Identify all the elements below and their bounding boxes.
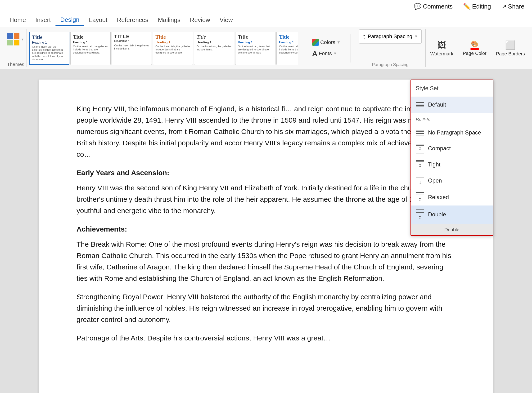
- page-borders-button[interactable]: ⬜ Page Borders: [494, 39, 527, 58]
- style-card-1[interactable]: Title Heading 1 On the Insert tab, the g…: [29, 32, 70, 65]
- style-sets: Title Heading 1 On the Insert tab, the g…: [29, 29, 298, 67]
- main-area: King Henry VIII, the infamous monarch of…: [0, 70, 532, 393]
- page-borders-icon: ⬜: [505, 40, 516, 50]
- fonts-label: Fonts: [319, 50, 332, 57]
- colors-button[interactable]: Colors ▼: [310, 38, 342, 47]
- right-tools: 🖼 Watermark 🎨 Page Color ⬜ Page Borders: [428, 39, 527, 58]
- ribbon-tabs: Home Insert Design Layout References Mai…: [0, 13, 532, 27]
- comments-label: Comments: [423, 3, 453, 10]
- themes-section: ▼ Themes: [5, 29, 27, 67]
- watermark-button[interactable]: 🖼 Watermark: [428, 39, 456, 58]
- dropdown-item-compact[interactable]: ↧ Compact: [411, 140, 493, 157]
- share-button[interactable]: ↗ Share: [499, 2, 527, 11]
- pencil-icon: ✏️: [463, 3, 471, 10]
- dropdown-default-label: Default: [428, 100, 446, 109]
- relaxed-icon: ↧: [416, 192, 424, 202]
- double-label: Double: [428, 210, 446, 219]
- share-icon: ↗: [502, 3, 507, 10]
- tab-design[interactable]: Design: [55, 14, 84, 26]
- open-label: Open: [428, 176, 442, 185]
- page-color-icon: 🎨: [470, 40, 479, 50]
- divider-2: [351, 34, 351, 63]
- dropdown-item-no-space[interactable]: No Paragraph Space: [411, 125, 493, 140]
- colors-arrow: ▼: [337, 40, 341, 44]
- comment-icon: 💬: [414, 3, 421, 10]
- page-borders-label: Page Borders: [496, 51, 525, 57]
- no-space-icon: [416, 130, 424, 135]
- tab-mailings[interactable]: Mailings: [153, 15, 185, 25]
- tab-insert[interactable]: Insert: [30, 15, 55, 25]
- dropdown-title: Style Set: [416, 85, 438, 91]
- paragraph-3: The Break with Rome: One of the most pro…: [76, 239, 456, 284]
- relaxed-label: Relaxed: [428, 193, 449, 202]
- ribbon: Home Insert Design Layout References Mai…: [0, 13, 532, 70]
- paragraph-5: Patronage of the Arts: Despite his contr…: [76, 332, 456, 344]
- paragraph-text-1: King Henry VIII, the infamous monarch of…: [76, 105, 449, 158]
- no-space-label: No Paragraph Space: [428, 128, 481, 137]
- paragraph-spacing-arrow: ▼: [414, 34, 418, 39]
- tab-references[interactable]: References: [112, 15, 153, 25]
- paragraph-4: Strengthening Royal Power: Henry VIII bo…: [76, 291, 456, 325]
- watermark-label: Watermark: [430, 51, 453, 57]
- default-spacing-icon: [416, 102, 424, 107]
- document-page: King Henry VIII, the infamous monarch of…: [39, 79, 493, 393]
- compact-icon: ↧: [416, 144, 424, 153]
- style-card-7[interactable]: Title Heading 1 On the Insert tab, the g…: [276, 32, 298, 65]
- editing-label: Editing: [472, 3, 491, 10]
- open-icon: ↧: [416, 176, 424, 186]
- dropdown-header: Style Set: [411, 80, 493, 97]
- paragraph-spacing-label: Paragraph Spacing: [368, 33, 412, 39]
- style-card-4[interactable]: Title Heading 1 On the Insert tab, the g…: [153, 32, 193, 65]
- colors-swatch: [312, 39, 319, 46]
- paragraph-1: King Henry VIII, the infamous monarch of…: [76, 103, 456, 160]
- colors-fonts-section: Colors ▼ A Fonts ▼: [307, 29, 346, 67]
- ribbon-content: ▼ Themes Title Heading 1 On the Insert t…: [0, 27, 532, 70]
- built-in-text: Built-In: [416, 117, 430, 122]
- tight-label: Tight: [428, 160, 440, 169]
- tab-layout[interactable]: Layout: [84, 15, 112, 25]
- tight-icon: ↧: [416, 160, 424, 169]
- heading-early-years: Early Years and Ascension:: [76, 167, 456, 178]
- share-label: Share: [508, 3, 524, 10]
- built-in-label: Built-In: [411, 113, 493, 125]
- title-bar-actions: 💬 Comments ✏️ Editing ↗ Share: [411, 2, 527, 11]
- dropdown-item-tight[interactable]: ↧ Tight: [411, 157, 493, 172]
- paragraph-2: Henry VIII was the second son of King He…: [76, 182, 456, 216]
- page-color-label: Page Color: [463, 51, 487, 56]
- fonts-button[interactable]: A Fonts ▼: [310, 49, 342, 59]
- themes-label[interactable]: Themes: [7, 60, 24, 67]
- editing-button[interactable]: ✏️ Editing: [460, 2, 494, 11]
- colors-label: Colors: [320, 39, 335, 45]
- style-card-6[interactable]: Title Heading 1 On the Insert tab, items…: [235, 32, 275, 65]
- fonts-arrow: ▼: [333, 51, 337, 56]
- dropdown-item-default[interactable]: Default: [411, 97, 493, 113]
- page-color-button[interactable]: 🎨 Page Color: [460, 39, 489, 57]
- comments-button[interactable]: 💬 Comments: [411, 2, 456, 11]
- double-icon: ↧: [416, 209, 424, 220]
- style-card-3[interactable]: TITLE HEADING 1 On the Insert tab, the g…: [112, 32, 152, 65]
- tab-review[interactable]: Review: [185, 15, 215, 25]
- divider-1: [302, 34, 302, 63]
- dropdown-tooltip: Double: [411, 224, 493, 235]
- dropdown-item-double[interactable]: ↧ Double: [411, 206, 493, 223]
- compact-label: Compact: [428, 144, 451, 153]
- tab-view[interactable]: View: [215, 15, 238, 25]
- paragraph-spacing-dropdown: Style Set Default Built-In: [411, 79, 493, 236]
- paragraph-spacing-button[interactable]: ↕ Paragraph Spacing ▼: [359, 29, 421, 44]
- paragraph-spacing-icon: ↕: [363, 33, 366, 40]
- document-scroll[interactable]: King Henry VIII, the infamous monarch of…: [0, 70, 532, 393]
- dropdown-item-relaxed[interactable]: ↧ Relaxed: [411, 189, 493, 206]
- style-card-5[interactable]: Title Heading 1 On the Insert tab, the g…: [194, 32, 234, 65]
- tooltip-text: Double: [444, 227, 459, 232]
- tab-home[interactable]: Home: [5, 15, 30, 25]
- dropdown-item-open[interactable]: ↧ Open: [411, 172, 493, 189]
- title-bar: 💬 Comments ✏️ Editing ↗ Share: [0, 0, 532, 13]
- fonts-icon: A: [312, 49, 317, 58]
- watermark-icon: 🖼: [438, 40, 446, 50]
- style-card-2[interactable]: Title Heading 1 On the Insert tab, the g…: [70, 32, 111, 65]
- heading-achievements: Achievements:: [76, 223, 456, 235]
